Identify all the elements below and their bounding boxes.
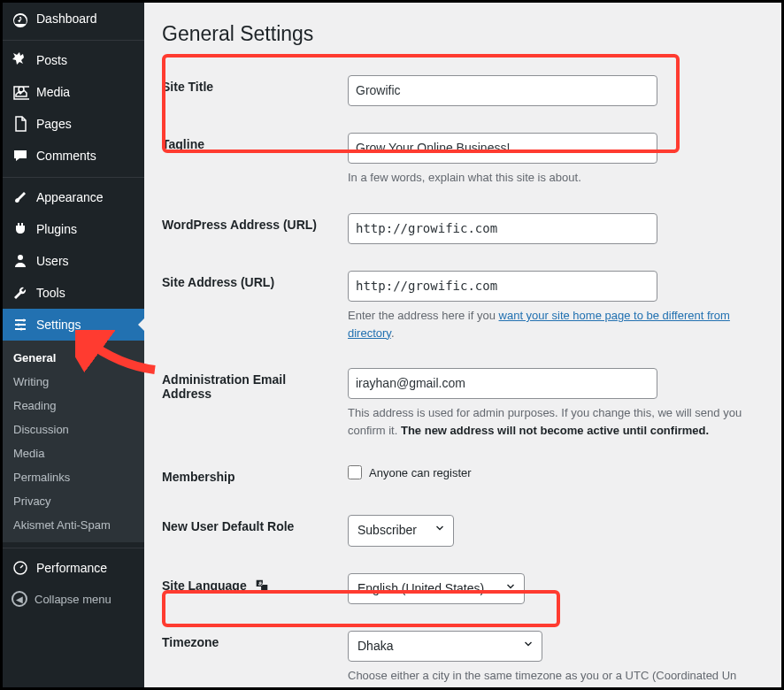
sidebar-item-media[interactable]: Media [3,76,144,108]
sidebar-item-appearance[interactable]: Appearance [3,177,144,213]
submenu-item-reading[interactable]: Reading [3,394,144,418]
select-value: Dhaka [357,635,393,657]
wp-url-label: WordPress Address (URL) [162,218,317,232]
comment-icon [12,147,29,165]
page-icon [12,115,29,133]
submenu-item-discussion[interactable]: Discussion [3,418,144,441]
select-value: Subscriber [357,519,417,541]
membership-checkbox-label: Anyone can register [369,466,472,479]
collapse-label: Collapse menu [35,593,111,606]
translate-icon: あ [254,578,270,596]
timezone-label: Timezone [162,635,219,649]
settings-submenu: General Writing Reading Discussion Media… [3,341,144,542]
sidebar-item-performance[interactable]: Performance [3,548,144,584]
chevron-down-icon [434,519,446,541]
sidebar-item-comments[interactable]: Comments [3,140,144,172]
default-role-label: New User Default Role [162,519,294,533]
gauge-icon [12,559,29,577]
submenu-item-privacy[interactable]: Privacy [3,489,144,513]
submenu-item-general[interactable]: General [3,346,144,370]
admin-email-description: This address is used for admin purposes.… [348,404,755,439]
settings-form: Site Title Tagline In a few words, expla… [162,62,764,687]
sidebar-item-tools[interactable]: Tools [3,277,144,309]
menu-label: Media [36,85,70,99]
collapse-icon: ◀ [12,591,27,607]
chevron-down-icon [504,578,517,600]
submenu-item-permalinks[interactable]: Permalinks [3,465,144,489]
tagline-label: Tagline [162,137,204,151]
sidebar-item-settings[interactable]: Settings [3,309,144,341]
default-role-select[interactable]: Subscriber [348,515,454,546]
user-icon [12,252,29,270]
menu-label: Pages [36,117,72,131]
menu-label: Settings [36,318,81,332]
page-title: General Settings [162,22,764,46]
submenu-item-media[interactable]: Media [3,441,144,465]
membership-checkbox[interactable] [348,465,362,479]
wrench-icon [12,284,29,302]
menu-label: Comments [36,149,96,163]
site-url-input[interactable] [348,271,657,302]
dashboard-icon [12,10,29,27]
brush-icon [12,188,29,206]
sidebar-item-posts[interactable]: Posts [3,40,144,76]
membership-label: Membership [162,470,234,484]
menu-label: Performance [36,561,107,575]
tagline-input[interactable] [348,133,657,164]
site-lang-select[interactable]: English (United States) [348,573,525,604]
select-value: English (United States) [357,578,484,600]
admin-sidebar: Dashboard Posts Media Pages Comments App… [3,3,144,687]
menu-label: Users [36,254,69,268]
site-title-label: Site Title [162,80,213,94]
menu-label: Dashboard [36,12,97,26]
media-icon [12,83,29,101]
menu-label: Plugins [36,222,77,236]
menu-label: Posts [36,53,67,67]
svg-point-2 [20,328,23,331]
menu-label: Tools [36,286,65,300]
collapse-menu-button[interactable]: ◀ Collapse menu [3,584,144,614]
sliders-icon [12,316,29,334]
main-content: General Settings Site Title Tagline In a… [144,3,781,687]
site-url-description: Enter the address here if you want your … [348,307,755,341]
menu-label: Appearance [36,190,104,204]
sidebar-item-plugins[interactable]: Plugins [3,213,144,245]
submenu-item-writing[interactable]: Writing [3,370,144,394]
site-url-label: Site Address (URL) [162,275,274,289]
tagline-description: In a few words, explain what this site i… [348,169,755,187]
timezone-select[interactable]: Dhaka [348,631,542,662]
site-lang-label: Site Language あ [162,579,270,593]
site-title-input[interactable] [348,75,657,106]
svg-point-0 [23,319,26,322]
sidebar-item-users[interactable]: Users [3,245,144,277]
pin-icon [12,51,29,69]
chevron-down-icon [522,635,534,657]
wp-url-input[interactable] [348,213,657,244]
submenu-item-akismet[interactable]: Akismet Anti-Spam [3,513,144,537]
sidebar-item-dashboard[interactable]: Dashboard [3,3,144,34]
admin-email-input[interactable] [348,368,657,399]
admin-email-label: Administration Email Address [162,372,286,401]
svg-point-1 [18,324,20,326]
sidebar-item-pages[interactable]: Pages [3,108,144,140]
svg-text:あ: あ [257,580,262,586]
plugin-icon [12,220,29,238]
timezone-description: Choose either a city in the same timezon… [348,667,755,685]
membership-checkbox-row[interactable]: Anyone can register [348,465,472,479]
